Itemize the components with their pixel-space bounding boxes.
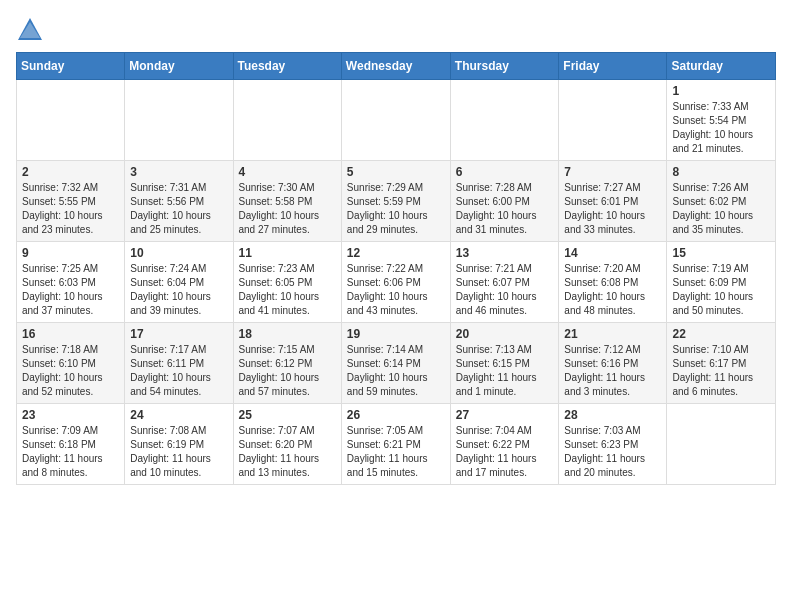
calendar-cell: 1Sunrise: 7:33 AM Sunset: 5:54 PM Daylig… [667,80,776,161]
calendar-cell: 25Sunrise: 7:07 AM Sunset: 6:20 PM Dayli… [233,404,341,485]
calendar-cell: 19Sunrise: 7:14 AM Sunset: 6:14 PM Dayli… [341,323,450,404]
logo-icon [16,16,44,44]
calendar-week-row: 2Sunrise: 7:32 AM Sunset: 5:55 PM Daylig… [17,161,776,242]
day-info: Sunrise: 7:15 AM Sunset: 6:12 PM Dayligh… [239,343,336,399]
calendar-cell: 10Sunrise: 7:24 AM Sunset: 6:04 PM Dayli… [125,242,233,323]
day-info: Sunrise: 7:03 AM Sunset: 6:23 PM Dayligh… [564,424,661,480]
day-number: 3 [130,165,227,179]
day-info: Sunrise: 7:21 AM Sunset: 6:07 PM Dayligh… [456,262,554,318]
day-number: 6 [456,165,554,179]
calendar-header-row: SundayMondayTuesdayWednesdayThursdayFrid… [17,53,776,80]
calendar-cell [667,404,776,485]
calendar-cell: 11Sunrise: 7:23 AM Sunset: 6:05 PM Dayli… [233,242,341,323]
calendar-cell: 26Sunrise: 7:05 AM Sunset: 6:21 PM Dayli… [341,404,450,485]
day-number: 4 [239,165,336,179]
page-header [16,16,776,44]
day-number: 20 [456,327,554,341]
calendar-cell [450,80,559,161]
logo [16,16,48,44]
day-info: Sunrise: 7:07 AM Sunset: 6:20 PM Dayligh… [239,424,336,480]
day-number: 23 [22,408,119,422]
day-info: Sunrise: 7:05 AM Sunset: 6:21 PM Dayligh… [347,424,445,480]
day-info: Sunrise: 7:28 AM Sunset: 6:00 PM Dayligh… [456,181,554,237]
day-number: 9 [22,246,119,260]
calendar-cell: 3Sunrise: 7:31 AM Sunset: 5:56 PM Daylig… [125,161,233,242]
calendar-cell: 22Sunrise: 7:10 AM Sunset: 6:17 PM Dayli… [667,323,776,404]
calendar-cell: 15Sunrise: 7:19 AM Sunset: 6:09 PM Dayli… [667,242,776,323]
day-number: 10 [130,246,227,260]
calendar-cell: 20Sunrise: 7:13 AM Sunset: 6:15 PM Dayli… [450,323,559,404]
day-number: 22 [672,327,770,341]
day-info: Sunrise: 7:32 AM Sunset: 5:55 PM Dayligh… [22,181,119,237]
day-number: 28 [564,408,661,422]
day-number: 21 [564,327,661,341]
day-number: 25 [239,408,336,422]
calendar-cell: 28Sunrise: 7:03 AM Sunset: 6:23 PM Dayli… [559,404,667,485]
day-info: Sunrise: 7:13 AM Sunset: 6:15 PM Dayligh… [456,343,554,399]
day-info: Sunrise: 7:31 AM Sunset: 5:56 PM Dayligh… [130,181,227,237]
calendar-cell: 23Sunrise: 7:09 AM Sunset: 6:18 PM Dayli… [17,404,125,485]
day-info: Sunrise: 7:25 AM Sunset: 6:03 PM Dayligh… [22,262,119,318]
calendar-cell: 4Sunrise: 7:30 AM Sunset: 5:58 PM Daylig… [233,161,341,242]
day-info: Sunrise: 7:04 AM Sunset: 6:22 PM Dayligh… [456,424,554,480]
day-number: 26 [347,408,445,422]
calendar-week-row: 1Sunrise: 7:33 AM Sunset: 5:54 PM Daylig… [17,80,776,161]
calendar-cell [17,80,125,161]
day-info: Sunrise: 7:18 AM Sunset: 6:10 PM Dayligh… [22,343,119,399]
calendar-header-wednesday: Wednesday [341,53,450,80]
svg-marker-1 [20,22,40,38]
day-number: 2 [22,165,119,179]
calendar-cell: 12Sunrise: 7:22 AM Sunset: 6:06 PM Dayli… [341,242,450,323]
calendar-cell: 6Sunrise: 7:28 AM Sunset: 6:00 PM Daylig… [450,161,559,242]
day-number: 13 [456,246,554,260]
calendar-week-row: 23Sunrise: 7:09 AM Sunset: 6:18 PM Dayli… [17,404,776,485]
calendar-cell [341,80,450,161]
day-info: Sunrise: 7:08 AM Sunset: 6:19 PM Dayligh… [130,424,227,480]
calendar-header-friday: Friday [559,53,667,80]
calendar-cell: 2Sunrise: 7:32 AM Sunset: 5:55 PM Daylig… [17,161,125,242]
day-info: Sunrise: 7:22 AM Sunset: 6:06 PM Dayligh… [347,262,445,318]
calendar-cell [125,80,233,161]
day-number: 5 [347,165,445,179]
day-info: Sunrise: 7:33 AM Sunset: 5:54 PM Dayligh… [672,100,770,156]
calendar-body: 1Sunrise: 7:33 AM Sunset: 5:54 PM Daylig… [17,80,776,485]
calendar-cell: 24Sunrise: 7:08 AM Sunset: 6:19 PM Dayli… [125,404,233,485]
calendar-cell: 13Sunrise: 7:21 AM Sunset: 6:07 PM Dayli… [450,242,559,323]
day-number: 24 [130,408,227,422]
calendar-cell: 18Sunrise: 7:15 AM Sunset: 6:12 PM Dayli… [233,323,341,404]
day-info: Sunrise: 7:17 AM Sunset: 6:11 PM Dayligh… [130,343,227,399]
day-info: Sunrise: 7:14 AM Sunset: 6:14 PM Dayligh… [347,343,445,399]
day-number: 18 [239,327,336,341]
day-number: 16 [22,327,119,341]
calendar-header-sunday: Sunday [17,53,125,80]
day-number: 12 [347,246,445,260]
day-info: Sunrise: 7:20 AM Sunset: 6:08 PM Dayligh… [564,262,661,318]
calendar-cell: 21Sunrise: 7:12 AM Sunset: 6:16 PM Dayli… [559,323,667,404]
calendar-header-tuesday: Tuesday [233,53,341,80]
calendar-cell [233,80,341,161]
day-info: Sunrise: 7:30 AM Sunset: 5:58 PM Dayligh… [239,181,336,237]
day-info: Sunrise: 7:24 AM Sunset: 6:04 PM Dayligh… [130,262,227,318]
day-number: 15 [672,246,770,260]
day-number: 1 [672,84,770,98]
calendar-cell: 16Sunrise: 7:18 AM Sunset: 6:10 PM Dayli… [17,323,125,404]
calendar-cell: 27Sunrise: 7:04 AM Sunset: 6:22 PM Dayli… [450,404,559,485]
calendar-week-row: 9Sunrise: 7:25 AM Sunset: 6:03 PM Daylig… [17,242,776,323]
calendar-table: SundayMondayTuesdayWednesdayThursdayFrid… [16,52,776,485]
day-number: 14 [564,246,661,260]
day-info: Sunrise: 7:19 AM Sunset: 6:09 PM Dayligh… [672,262,770,318]
day-info: Sunrise: 7:27 AM Sunset: 6:01 PM Dayligh… [564,181,661,237]
calendar-header-thursday: Thursday [450,53,559,80]
day-number: 8 [672,165,770,179]
calendar-cell [559,80,667,161]
day-info: Sunrise: 7:23 AM Sunset: 6:05 PM Dayligh… [239,262,336,318]
calendar-cell: 8Sunrise: 7:26 AM Sunset: 6:02 PM Daylig… [667,161,776,242]
day-info: Sunrise: 7:12 AM Sunset: 6:16 PM Dayligh… [564,343,661,399]
day-number: 27 [456,408,554,422]
calendar-cell: 14Sunrise: 7:20 AM Sunset: 6:08 PM Dayli… [559,242,667,323]
calendar-week-row: 16Sunrise: 7:18 AM Sunset: 6:10 PM Dayli… [17,323,776,404]
day-info: Sunrise: 7:26 AM Sunset: 6:02 PM Dayligh… [672,181,770,237]
day-number: 11 [239,246,336,260]
day-number: 19 [347,327,445,341]
day-number: 7 [564,165,661,179]
